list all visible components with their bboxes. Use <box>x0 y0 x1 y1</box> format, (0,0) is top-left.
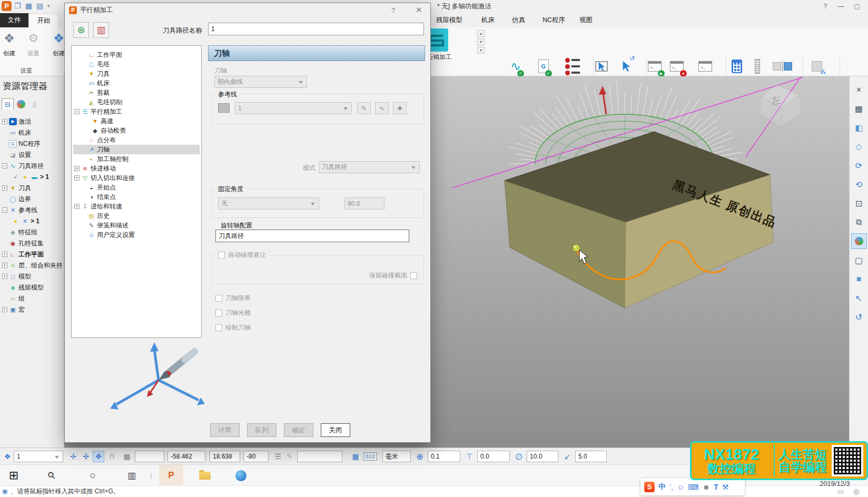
tool-diameter-field[interactable]: 10.0 <box>527 451 558 462</box>
sidebar-item-tools[interactable]: +▼刀具 <box>1 183 64 193</box>
sidebar-item-stock-models[interactable]: ◈残留模型 <box>1 283 64 292</box>
sidebar-item-patterns[interactable]: −✕参考线 <box>1 205 64 215</box>
tree-item-feeds-and-speeds[interactable]: +↧进给和转速 <box>73 202 200 211</box>
cortana-icon[interactable]: ○ <box>83 465 102 486</box>
tab-start[interactable]: 开始 <box>28 13 59 27</box>
skin-icon[interactable]: T <box>714 483 718 491</box>
keep-collision-section-row[interactable]: 保留碰撞截面 <box>369 271 417 280</box>
select-box-icon[interactable]: ↖ <box>851 290 867 306</box>
tree-item-point-distribution[interactable]: ∴点分布 <box>73 135 200 145</box>
auto-collision-avoidance-row[interactable]: 自动碰撞避让 <box>216 251 268 260</box>
color-swatch[interactable] <box>218 103 230 113</box>
tree-item-user-defined-settings[interactable]: ☺用户定义设置 <box>73 230 200 240</box>
units-field[interactable]: 毫米 <box>382 451 411 462</box>
zoom-rotate-icon[interactable]: ⟳ <box>851 157 867 173</box>
expander[interactable]: + <box>2 119 7 124</box>
sidebar-item-levels-sets[interactable]: +≡层、组合和夹持 <box>1 261 64 270</box>
fixed-angle-select[interactable]: 无 <box>218 197 319 210</box>
gallery-more-icon[interactable]: ▾ <box>477 47 485 54</box>
viewport-close-icon[interactable]: ✕ <box>851 82 867 97</box>
tree-item-machining-axis-control[interactable]: ◐加工轴控制 <box>73 154 200 164</box>
shaded-view-icon[interactable]: ■ <box>851 271 867 287</box>
axis-x-icon[interactable]: ✢ <box>67 451 79 462</box>
expander[interactable]: + <box>2 307 7 312</box>
tool-axis-select[interactable]: 朝向曲线 <box>214 76 307 88</box>
expander[interactable]: + <box>74 204 80 209</box>
sidebar-item-groups[interactable]: ▱组 <box>1 294 64 303</box>
sidebar-item-activate[interactable]: +▶激活 <box>1 117 64 126</box>
add-plus-icon[interactable]: ✚ <box>393 102 407 114</box>
zoom-window-icon[interactable]: ⧉ <box>851 214 867 230</box>
toolpath-name-input[interactable]: 1 <box>208 23 424 35</box>
tree-item-high-speed[interactable]: ▼高速 <box>73 116 200 126</box>
punctuation-icon[interactable]: ’, <box>669 483 673 491</box>
emoji-icon[interactable]: ☺ <box>677 483 684 491</box>
explorer-trash-tab[interactable]: ▯ <box>28 98 41 110</box>
pick-cursor-icon[interactable]: ⇖ <box>375 102 389 114</box>
grid-icon[interactable]: ▦ <box>121 451 133 462</box>
dialog-close-icon[interactable]: ✕ <box>416 5 422 15</box>
draw-tool-axis-row[interactable]: 绘制刀轴 <box>215 323 251 332</box>
list-icon[interactable]: ☰ <box>273 451 283 462</box>
sidebar-item-toolpaths[interactable]: −∿刀具路径 <box>1 161 64 171</box>
numeric-keypad-icon[interactable]: ▦ <box>350 451 361 462</box>
tool-axis-smoothing-checkbox[interactable] <box>215 310 222 316</box>
sidebar-item-hole-feature-sets[interactable]: ◉孔特征集 <box>1 238 64 248</box>
sogou-icon[interactable]: S <box>644 482 655 492</box>
queue-button[interactable]: 队列 <box>247 423 277 437</box>
menu-simulation[interactable]: 仿真 <box>512 16 525 25</box>
tray-drive-icon[interactable]: ▭ <box>837 488 844 495</box>
tree-item-history[interactable]: ▤历史 <box>73 211 200 221</box>
menu-view[interactable]: 视图 <box>579 16 593 25</box>
menu-residual-model[interactable]: 残留模型 <box>436 16 462 25</box>
workplane-select[interactable]: 1 <box>14 451 63 462</box>
sidebar-item-macros[interactable]: +▣宏 <box>1 305 64 314</box>
wrench-icon[interactable]: ⚒ <box>722 483 729 491</box>
magnet-icon[interactable]: ⊂ <box>106 451 118 462</box>
sidebar-item-boundaries[interactable]: ◯边界 <box>1 194 64 204</box>
thickness-field[interactable]: 0.0 <box>477 451 510 462</box>
wireframe-view-icon[interactable]: ▢ <box>851 252 867 268</box>
tree-item-tool-axis[interactable]: ↗刀轴 <box>73 145 200 154</box>
strategy-sphere-icon[interactable]: ⊛ <box>73 22 89 38</box>
close-button[interactable]: 关闭 <box>321 423 350 437</box>
tree-item-parallel-finishing[interactable]: −☰平行精加工 <box>73 107 200 116</box>
strategy-preview-icon[interactable]: ▥ <box>93 22 109 38</box>
print-icon[interactable]: ▤ <box>36 2 43 10</box>
save-icon[interactable]: ▦ <box>25 2 32 10</box>
create-button[interactable]: ❖ 创建 <box>3 29 15 57</box>
tree-item-block[interactable]: ◻毛坯 <box>73 59 200 69</box>
start-button[interactable]: ⊞ <box>4 465 23 486</box>
tree-item-clipping[interactable]: ✂剪裁 <box>73 88 200 97</box>
grid-size-input[interactable] <box>135 451 164 462</box>
sidebar-item-workplanes[interactable]: +∟工作平面 <box>1 250 64 259</box>
ruler-units-icon[interactable]: 012 <box>363 452 377 461</box>
user-icon[interactable]: ☻ <box>703 483 711 491</box>
axis-z-icon[interactable]: ✥ <box>93 451 104 462</box>
sidebar-item-setup[interactable]: ◪设置 <box>1 150 64 160</box>
tool-axis-limits-row[interactable]: 刀轴限界 <box>215 294 251 303</box>
taskbar-browser-app[interactable] <box>229 465 253 486</box>
tool-axis-smoothing-row[interactable]: 刀轴光顺 <box>215 309 251 317</box>
sidebar-item-models[interactable]: +◻模型 <box>1 272 64 281</box>
auto-collision-checkbox[interactable] <box>218 252 225 259</box>
keyboard-icon[interactable]: ⌨ <box>688 483 698 491</box>
expander[interactable]: + <box>2 185 7 191</box>
tree-item-leads-and-links[interactable]: +▽切入切出和连接 <box>73 173 200 183</box>
tray-sync-icon[interactable]: ◎ <box>853 488 859 495</box>
refresh-view-icon[interactable]: ⟲ <box>851 176 867 192</box>
dialog-titlebar[interactable]: P 平行精加工 <box>65 3 430 17</box>
expander[interactable]: + <box>2 263 7 268</box>
expander[interactable]: − <box>74 109 80 114</box>
expander[interactable]: + <box>2 252 7 257</box>
expander[interactable]: + <box>74 166 80 171</box>
tab-file[interactable]: 文件 <box>0 13 28 27</box>
taskbar-explorer-app[interactable] <box>193 465 217 486</box>
edit-pencil-icon[interactable]: ✎ <box>357 102 371 114</box>
expander[interactable]: − <box>2 207 7 213</box>
sidebar-item-pattern-1[interactable]: ●✕> 1 <box>1 216 64 226</box>
app-logo-icon[interactable]: P <box>2 1 12 11</box>
open-icon[interactable]: ❒ <box>14 2 21 10</box>
sidebar-item-toolpath-1[interactable]: ✓●▬> 1 <box>1 172 64 182</box>
tip-radius-field[interactable]: 5.0 <box>575 451 607 462</box>
